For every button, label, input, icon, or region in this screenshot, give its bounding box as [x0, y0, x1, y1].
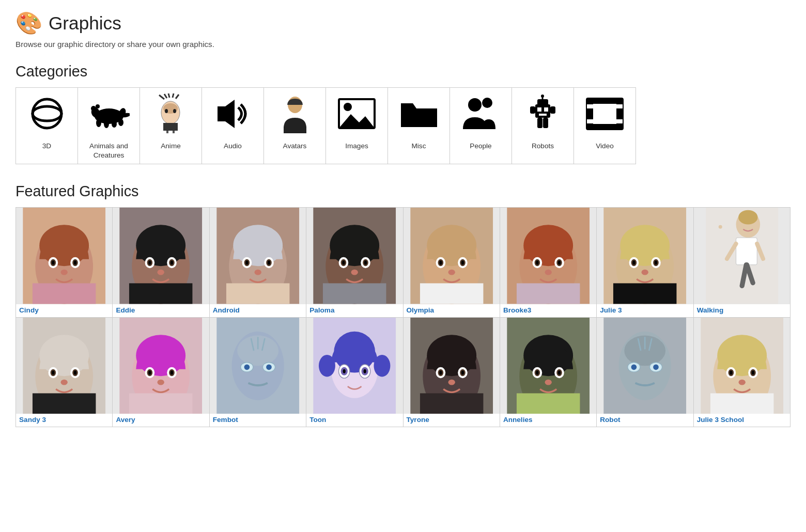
svg-point-38: [541, 95, 544, 98]
featured-item-android[interactable]: Android: [210, 208, 306, 317]
category-item-anime[interactable]: Anime: [140, 88, 202, 164]
svg-point-146: [74, 370, 76, 374]
svg-point-8: [118, 119, 123, 126]
svg-point-1: [33, 106, 61, 121]
categories-section: Categories 3D: [16, 63, 791, 164]
svg-point-59: [52, 261, 54, 265]
svg-point-30: [468, 98, 482, 112]
svg-point-103: [439, 261, 442, 265]
featured-item-brooke3[interactable]: Brooke3: [500, 208, 597, 317]
svg-point-180: [374, 355, 391, 377]
svg-point-125: [632, 261, 635, 265]
featured-item-julie3[interactable]: Julie 3: [597, 208, 693, 317]
svg-point-189: [461, 370, 463, 374]
svg-point-11: [96, 104, 100, 108]
category-icon-people: [450, 88, 512, 139]
featured-image-sandy3: [16, 318, 112, 414]
featured-label-fembot[interactable]: Fembot: [210, 414, 306, 427]
svg-point-116: [545, 270, 551, 275]
featured-item-avery[interactable]: Avery: [113, 318, 209, 427]
svg-rect-95: [323, 284, 386, 304]
category-icon-3d: [16, 88, 78, 139]
featured-image-brooke3: [500, 208, 596, 304]
featured-label-eddie[interactable]: Eddie: [113, 304, 209, 317]
featured-label-sandy3[interactable]: Sandy 3: [16, 414, 112, 427]
svg-point-208: [631, 364, 637, 370]
featured-image-cindy: [16, 208, 112, 304]
featured-label-brooke3[interactable]: Brooke3: [500, 304, 596, 317]
featured-label-avery[interactable]: Avery: [113, 414, 209, 427]
svg-rect-33: [537, 107, 541, 112]
featured-label-tyrone[interactable]: Tyrone: [404, 414, 500, 427]
featured-image-robot: [597, 318, 693, 414]
featured-section: Featured Graphics Cindy: [16, 183, 791, 427]
featured-item-cindy[interactable]: Cindy: [16, 208, 113, 317]
featured-label-olympia[interactable]: Olympia: [404, 304, 500, 317]
featured-label-julie3school[interactable]: Julie 3 School: [694, 414, 790, 427]
categories-grid: 3D Animals and Creatures: [16, 87, 636, 164]
featured-item-fembot[interactable]: Fembot: [210, 318, 306, 427]
featured-item-julie3school[interactable]: Julie 3 School: [694, 318, 791, 427]
svg-rect-117: [517, 284, 580, 304]
svg-rect-73: [129, 284, 192, 304]
featured-label-walking[interactable]: Walking: [694, 304, 790, 317]
featured-item-tyrone[interactable]: Tyrone: [404, 318, 500, 427]
featured-grid: Cindy Eddie: [16, 207, 791, 427]
featured-item-toon[interactable]: Toon: [306, 318, 403, 427]
featured-item-annelies[interactable]: Annelies: [500, 318, 597, 427]
svg-point-165: [244, 364, 250, 370]
svg-point-156: [149, 370, 151, 374]
svg-point-114: [536, 261, 538, 265]
featured-item-sandy3[interactable]: Sandy 3: [16, 318, 113, 427]
category-item-people[interactable]: People: [450, 88, 512, 164]
featured-image-avery: [113, 318, 209, 414]
category-item-avatars[interactable]: Avatars: [264, 88, 326, 164]
svg-point-93: [364, 261, 367, 265]
featured-image-julie3: [597, 208, 693, 304]
featured-item-paloma[interactable]: Paloma: [306, 208, 403, 317]
svg-point-199: [536, 370, 538, 374]
featured-item-robot[interactable]: Robot: [597, 318, 693, 427]
featured-label-android[interactable]: Android: [210, 304, 306, 317]
svg-point-31: [482, 98, 492, 108]
featured-label-annelies[interactable]: Annelies: [500, 414, 596, 427]
svg-point-137: [718, 225, 722, 229]
svg-marker-29: [339, 114, 375, 128]
svg-point-166: [266, 364, 272, 370]
featured-title: Featured Graphics: [16, 183, 791, 200]
svg-rect-46: [593, 99, 616, 104]
svg-point-83: [254, 270, 261, 275]
category-item-3d[interactable]: 3D: [16, 88, 78, 164]
svg-point-209: [653, 364, 659, 370]
svg-point-72: [158, 270, 164, 275]
svg-rect-49: [616, 104, 623, 108]
svg-rect-45: [616, 99, 623, 129]
svg-rect-35: [539, 114, 547, 116]
svg-rect-36: [537, 99, 548, 105]
featured-item-walking[interactable]: Walking: [694, 208, 791, 317]
svg-rect-106: [420, 284, 483, 304]
svg-point-145: [52, 370, 54, 374]
category-item-images[interactable]: Images: [326, 88, 388, 164]
featured-label-paloma[interactable]: Paloma: [306, 304, 402, 317]
category-item-robots[interactable]: Robots: [512, 88, 574, 164]
featured-label-julie3[interactable]: Julie 3: [597, 304, 693, 317]
svg-point-60: [74, 261, 76, 265]
svg-rect-50: [587, 119, 593, 123]
featured-item-eddie[interactable]: Eddie: [113, 208, 209, 317]
featured-item-olympia[interactable]: Olympia: [404, 208, 500, 317]
svg-point-5: [96, 119, 101, 127]
category-item-animals[interactable]: Animals and Creatures: [78, 88, 140, 164]
category-label-avatars: Avatars: [280, 139, 310, 155]
svg-point-177: [343, 369, 346, 373]
svg-rect-128: [613, 284, 676, 304]
svg-point-92: [342, 261, 345, 265]
category-icon-avatars: [264, 88, 326, 139]
category-item-misc[interactable]: Misc: [388, 88, 450, 164]
featured-label-toon[interactable]: Toon: [306, 414, 402, 427]
featured-label-robot[interactable]: Robot: [597, 414, 693, 427]
category-item-video[interactable]: Video: [574, 88, 636, 164]
featured-label-cindy[interactable]: Cindy: [16, 304, 112, 317]
svg-point-131: [738, 210, 757, 225]
category-item-audio[interactable]: Audio: [202, 88, 264, 164]
